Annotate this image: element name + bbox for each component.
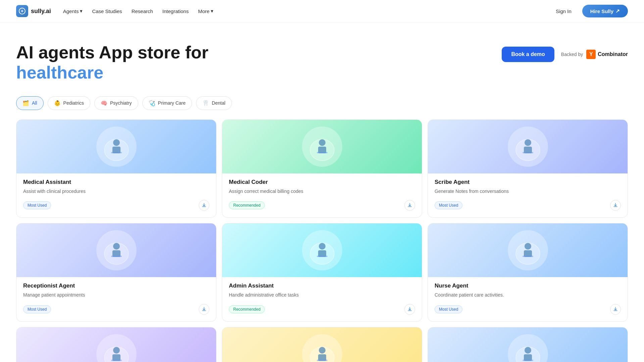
external-link-icon: ↗: [615, 8, 620, 14]
yc-logo: Y Combinator: [586, 50, 628, 59]
filter-btn-all[interactable]: 🗂️All: [16, 96, 44, 110]
filter-icon-dental: 🦷: [202, 100, 209, 106]
svg-point-30: [319, 347, 326, 354]
agent-card-1[interactable]: Medical Coder Assign correct medical bil…: [222, 119, 422, 218]
download-button-2[interactable]: [610, 200, 621, 211]
navigation: sully.ai Agents ▾ Case Studies Research …: [0, 0, 644, 22]
svg-rect-4: [111, 152, 122, 153]
nav-integrations[interactable]: Integrations: [162, 8, 189, 14]
card-body-5: Nurse Agent Coordinate patient care acti…: [428, 277, 628, 321]
svg-point-2: [113, 139, 120, 146]
filters-section: 🗂️All👶Pediatrics🧠Psychiatry🩺Primary Care…: [0, 96, 644, 119]
card-footer-4: Recommended: [229, 304, 415, 315]
nav-right: Sign In Hire Sully ↗: [550, 5, 628, 17]
svg-rect-28: [111, 360, 122, 361]
badge-3: Most Used: [23, 305, 51, 313]
nav-links: Agents ▾ Case Studies Research Integrati…: [63, 8, 214, 14]
nav-agents[interactable]: Agents ▾: [63, 8, 83, 14]
card-image-4: [222, 223, 422, 277]
svg-rect-36: [523, 360, 533, 361]
download-button-5[interactable]: [610, 304, 621, 315]
filter-icon-primary-care: 🩺: [149, 100, 155, 106]
card-title-5: Nurse Agent: [435, 282, 621, 289]
hero-section: AI agents App store for healthcare Book …: [0, 22, 644, 96]
nav-case-studies[interactable]: Case Studies: [92, 8, 122, 14]
card-footer-5: Most Used: [435, 304, 621, 315]
chevron-down-icon-more: ▾: [211, 8, 213, 14]
card-footer-1: Recommended: [229, 200, 415, 211]
agent-card-0[interactable]: Medical Assistant Assist with clinical p…: [16, 119, 216, 218]
card-body-0: Medical Assistant Assist with clinical p…: [16, 173, 216, 218]
agent-card-4[interactable]: Admin Assistant Handle administrative of…: [222, 223, 422, 322]
svg-point-18: [319, 243, 326, 250]
card-avatar-5: [508, 230, 548, 270]
card-body-2: Scribe Agent Generate Notes from convers…: [428, 173, 628, 218]
card-avatar-6: [96, 334, 137, 362]
svg-rect-20: [317, 256, 328, 257]
yc-icon: Y: [586, 50, 596, 59]
agent-card-7[interactable]: Medical Interpreter Quickly translates 2…: [222, 327, 422, 362]
download-button-4[interactable]: [404, 304, 415, 315]
filter-icon-psychiatry: 🧠: [101, 100, 107, 106]
card-avatar-0: [96, 126, 137, 167]
download-button-3[interactable]: [199, 304, 209, 315]
svg-rect-16: [111, 256, 122, 257]
filter-icon-all: 🗂️: [22, 100, 29, 106]
card-avatar-4: [302, 230, 342, 270]
svg-point-26: [113, 347, 120, 354]
badge-5: Most Used: [435, 305, 462, 313]
card-image-1: [222, 120, 422, 173]
agent-card-8[interactable]: Research Assistant Instantly analyze Cli…: [428, 327, 628, 362]
download-button-0[interactable]: [199, 200, 209, 211]
filter-btn-psychiatry[interactable]: 🧠Psychiatry: [94, 96, 138, 110]
svg-rect-12: [523, 152, 533, 153]
filter-btn-pediatrics[interactable]: 👶Pediatrics: [48, 96, 90, 110]
agent-card-3[interactable]: Receptionist Agent Manage patient appoin…: [16, 223, 216, 322]
agent-card-2[interactable]: Scribe Agent Generate Notes from convers…: [428, 119, 628, 218]
card-desc-3: Manage patient appointments: [23, 292, 209, 299]
card-footer-0: Most Used: [23, 200, 209, 211]
logo-text: sully.ai: [31, 8, 51, 15]
card-image-6: [16, 327, 216, 362]
card-body-4: Admin Assistant Handle administrative of…: [222, 277, 422, 321]
nav-more[interactable]: More ▾: [198, 8, 213, 14]
backed-by: Backed by Y Combinator: [561, 50, 628, 59]
card-avatar-1: [302, 126, 342, 167]
filter-btn-dental[interactable]: 🦷Dental: [196, 96, 232, 110]
svg-rect-32: [317, 360, 328, 361]
nav-research[interactable]: Research: [132, 8, 153, 14]
card-image-5: [428, 223, 628, 277]
agent-card-6[interactable]: Pharmacy Technician Procure Medication O…: [16, 327, 216, 362]
filter-btn-primary-care[interactable]: 🩺Primary Care: [142, 96, 192, 110]
agents-grid: Medical Assistant Assist with clinical p…: [0, 119, 644, 362]
card-footer-2: Most Used: [435, 200, 621, 211]
card-desc-4: Handle administrative office tasks: [229, 292, 415, 299]
svg-point-22: [525, 243, 531, 250]
card-avatar-2: [508, 126, 548, 167]
agent-card-5[interactable]: Nurse Agent Coordinate patient care acti…: [428, 223, 628, 322]
svg-rect-24: [523, 256, 533, 257]
badge-1: Recommended: [229, 201, 265, 209]
logo[interactable]: sully.ai: [16, 5, 51, 17]
card-title-1: Medical Coder: [229, 179, 415, 186]
hero-title: AI agents App store for healthcare: [16, 43, 251, 83]
card-title-4: Admin Assistant: [229, 282, 415, 289]
book-demo-button[interactable]: Book a demo: [502, 47, 554, 62]
card-image-2: [428, 120, 628, 173]
card-avatar-7: [302, 334, 342, 362]
hero-right: Book a demo Backed by Y Combinator: [502, 47, 628, 62]
svg-point-10: [525, 139, 531, 146]
card-body-3: Receptionist Agent Manage patient appoin…: [16, 277, 216, 321]
card-desc-5: Coordinate patient care activities.: [435, 292, 621, 299]
card-image-0: [16, 120, 216, 173]
svg-point-14: [113, 243, 120, 250]
download-button-1[interactable]: [404, 200, 415, 211]
svg-point-6: [319, 139, 326, 146]
card-title-0: Medical Assistant: [23, 179, 209, 186]
card-footer-3: Most Used: [23, 304, 209, 315]
sign-in-button[interactable]: Sign In: [550, 6, 577, 17]
card-desc-0: Assist with clinical procedures: [23, 188, 209, 195]
logo-icon: [16, 5, 28, 17]
hire-sully-button[interactable]: Hire Sully ↗: [582, 5, 628, 17]
card-body-1: Medical Coder Assign correct medical bil…: [222, 173, 422, 218]
